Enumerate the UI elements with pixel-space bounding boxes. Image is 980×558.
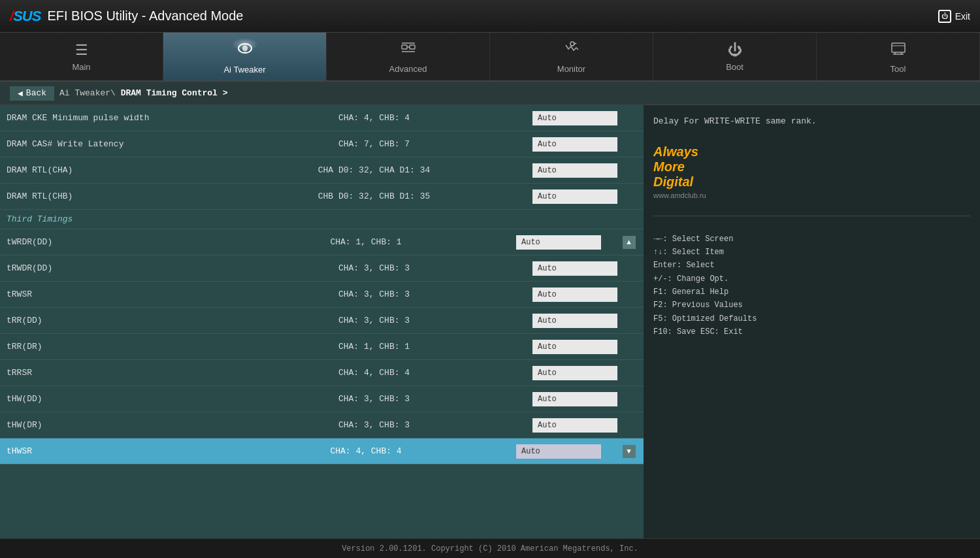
row-label: tHWSR xyxy=(7,446,216,456)
key-enter: Enter: Select xyxy=(653,259,970,272)
table-row[interactable]: DRAM RTL(CHB) CHB D0: 32, CHB D1: 35 Aut… xyxy=(0,184,644,210)
row-control[interactable]: Auto xyxy=(532,111,637,125)
row-label: tHW(DD) xyxy=(7,394,216,404)
scroll-down-button[interactable]: ▼ xyxy=(623,445,636,458)
key-prev-values: F2: Previous Values xyxy=(653,299,970,312)
row-label: tRR(DR) xyxy=(7,342,216,352)
row-values: CHA: 3, CHB: 3 xyxy=(216,420,532,430)
control-value: Auto xyxy=(532,261,617,276)
main-area: DRAM CKE Minimum pulse width CHA: 4, CHB… xyxy=(0,105,980,538)
row-values: CHA: 4, CHB: 4 xyxy=(216,368,532,378)
tab-main-label: Main xyxy=(72,62,90,72)
tab-boot-label: Boot xyxy=(726,62,743,72)
monitor-icon xyxy=(563,40,580,61)
back-button[interactable]: ◀ Back xyxy=(10,86,54,101)
tab-monitor[interactable]: Monitor xyxy=(490,33,653,80)
breadcrumb-path: Ai Tweaker\ DRAM Timing Control > xyxy=(59,88,227,98)
row-control[interactable]: Auto xyxy=(532,137,637,152)
scroll-up-button[interactable]: ▲ xyxy=(623,236,636,249)
table-row[interactable]: DRAM CKE Minimum pulse width CHA: 4, CHB… xyxy=(0,105,644,131)
control-value: Auto xyxy=(532,189,617,204)
row-control[interactable]: Auto xyxy=(532,340,637,354)
footer: Version 2.00.1201. Copyright (C) 2010 Am… xyxy=(0,538,980,558)
row-label: tRRSR xyxy=(7,368,216,378)
row-label: DRAM RTL(CHB) xyxy=(7,191,216,201)
row-label: DRAM RTL(CHA) xyxy=(7,165,216,175)
table-row[interactable]: DRAM CAS# Write Latency CHA: 7, CHB: 7 A… xyxy=(0,131,644,157)
row-control[interactable]: Auto xyxy=(532,189,637,204)
bios-title: EFI BIOS Utility - Advanced Mode xyxy=(47,8,243,24)
control-value: Auto xyxy=(532,340,617,354)
key-help: →←: Select Screen ↑↓: Select Item Enter:… xyxy=(653,233,970,339)
row-values: CHA: 4, CHB: 4 xyxy=(216,113,532,123)
tab-advanced[interactable]: Advanced xyxy=(327,33,490,80)
row-control[interactable]: Auto xyxy=(532,392,637,406)
row-label: tWRDR(DD) xyxy=(7,237,216,247)
table-row[interactable]: tRR(DR) CHA: 1, CHB: 1 Auto xyxy=(0,334,644,360)
row-label: tRWDR(DD) xyxy=(7,263,216,273)
advanced-icon xyxy=(400,40,417,61)
tab-ai-tweaker-label: Ai Tweaker xyxy=(223,65,265,74)
left-panel: DRAM CKE Minimum pulse width CHA: 4, CHB… xyxy=(0,105,644,538)
row-control[interactable]: Auto xyxy=(532,366,637,380)
row-values: CHA: 3, CHB: 3 xyxy=(216,263,532,273)
tab-boot[interactable]: ⏻ Boot xyxy=(653,33,817,80)
control-value: Auto xyxy=(532,366,617,380)
amd-url-text: www.amdclub.ru xyxy=(653,191,970,199)
control-value: Auto xyxy=(532,137,617,152)
amd-logo: Always More Digital www.amdclub.ru xyxy=(653,144,970,199)
table-row[interactable]: tRR(DD) CHA: 3, CHB: 3 Auto xyxy=(0,308,644,334)
boot-icon: ⏻ xyxy=(728,42,742,59)
row-control[interactable]: Auto xyxy=(532,261,637,276)
table-row[interactable]: DRAM RTL(CHA) CHA D0: 32, CHA D1: 34 Aut… xyxy=(0,157,644,184)
row-control[interactable]: Auto xyxy=(532,418,637,433)
svg-rect-3 xyxy=(410,45,415,49)
row-values: CHA: 1, CHB: 1 xyxy=(216,237,516,247)
exit-button[interactable]: ⏻ Exit xyxy=(938,10,970,23)
row-control[interactable]: Auto xyxy=(516,444,621,459)
breadcrumb-current: DRAM Timing Control > xyxy=(121,88,228,98)
asus-logo: /SUS xyxy=(10,8,41,25)
nav-tabs: ☰ Main Ai Tweaker Advanced xyxy=(0,33,980,82)
key-optimized: F5: Optimized Defaults xyxy=(653,312,970,325)
table-row-selected[interactable]: tHWSR CHA: 4, CHB: 4 Auto ▼ xyxy=(0,438,644,465)
tab-tool[interactable]: Tool xyxy=(817,33,980,80)
row-values: CHA: 3, CHB: 3 xyxy=(216,316,532,325)
amd-always-text: Always xyxy=(653,144,970,159)
row-values: CHA: 3, CHB: 3 xyxy=(216,394,532,404)
table-row[interactable]: tRRSR CHA: 4, CHB: 4 Auto xyxy=(0,360,644,386)
key-select-screen: →←: Select Screen xyxy=(653,233,970,246)
main-icon: ☰ xyxy=(75,42,88,59)
key-general-help: F1: General Help xyxy=(653,286,970,299)
row-values: CHA: 4, CHB: 4 xyxy=(216,446,516,456)
tab-advanced-label: Advanced xyxy=(389,64,427,74)
row-control[interactable]: Auto xyxy=(532,163,637,178)
svg-rect-9 xyxy=(892,43,905,52)
tab-tool-label: Tool xyxy=(890,64,906,74)
tab-ai-tweaker[interactable]: Ai Tweaker xyxy=(163,33,327,80)
row-control[interactable]: Auto xyxy=(532,314,637,328)
control-value: Auto xyxy=(532,392,617,406)
table-row[interactable]: tHW(DD) CHA: 3, CHB: 3 Auto xyxy=(0,386,644,412)
control-value: Auto xyxy=(516,235,601,250)
tab-main[interactable]: ☰ Main xyxy=(0,33,163,80)
right-panel: Delay For WRITE-WRITE same rank. Always … xyxy=(644,105,980,538)
section-label: Third Timings xyxy=(7,214,73,224)
table-row[interactable]: tRWDR(DD) CHA: 3, CHB: 3 Auto xyxy=(0,255,644,282)
key-select-item: ↑↓: Select Item xyxy=(653,246,970,259)
control-value: Auto xyxy=(532,418,617,433)
row-values: CHB D0: 32, CHB D1: 35 xyxy=(216,191,532,201)
table-row[interactable]: tHW(DR) CHA: 3, CHB: 3 Auto xyxy=(0,412,644,438)
row-control[interactable]: Auto xyxy=(516,235,621,250)
tool-icon xyxy=(890,40,907,61)
svg-point-7 xyxy=(570,42,574,46)
row-control[interactable]: Auto xyxy=(532,287,637,302)
svg-rect-2 xyxy=(402,45,407,49)
row-values: CHA D0: 32, CHA D1: 34 xyxy=(216,165,532,175)
row-values: CHA: 1, CHB: 1 xyxy=(216,342,532,352)
control-value: Auto xyxy=(532,163,617,178)
svg-point-1 xyxy=(242,46,248,51)
table-row[interactable]: tRWSR CHA: 3, CHB: 3 Auto xyxy=(0,282,644,308)
table-row[interactable]: tWRDR(DD) CHA: 1, CHB: 1 Auto ▲ xyxy=(0,229,644,255)
back-arrow-icon: ◀ xyxy=(18,88,23,99)
